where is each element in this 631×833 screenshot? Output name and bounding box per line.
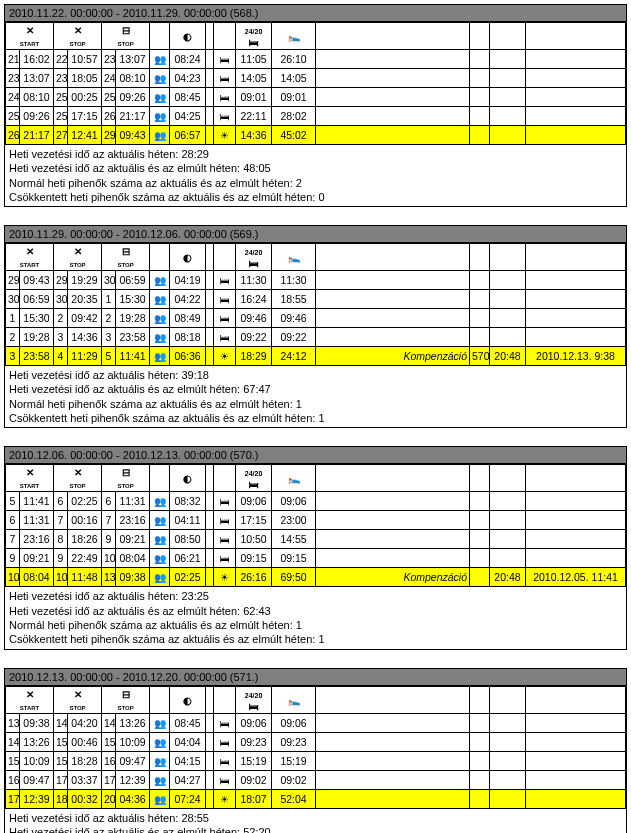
summary-line-2: Heti vezetési idő az aktuális és az elmú… [9,825,622,833]
data-table: ✕START ✕STOP ⊟STOP ◐ 24/20🛏 🛌 2909:43291… [5,243,626,366]
data-row: 1413:261500:461510:09👥04:04🛏09:2309:23 [6,732,626,751]
summary-line-3: Normál heti pihenők száma az aktuális és… [9,618,622,632]
block-title: 2010.11.29. 00:00:00 - 2010.12.06. 00:00… [5,226,626,243]
h24-header: 24/20🛏 [236,465,272,492]
bed-icon: 🛏 [220,756,230,767]
bed-icon-header: 🛌 [272,465,316,492]
summary-line-1: Heti vezetési idő az aktuális héten: 28:… [9,147,622,161]
start-icon-header: ✕START [6,686,54,713]
summary-line-1: Heti vezetési idő az aktuális héten: 28:… [9,811,622,825]
bed-icon: 🛏 [220,737,230,748]
summary: Heti vezetési idő az aktuális héten: 28:… [5,809,626,833]
people-icon: 👥 [154,130,166,141]
start-icon-header: ✕START [6,23,54,50]
summary-line-4: Csökkentett heti pihenők száma az aktuál… [9,632,622,646]
stop-icon-header: ✕STOP [54,465,102,492]
data-table: ✕START ✕STOP ⊟STOP ◐ 24/20🛏 🛌 2116:02221… [5,22,626,145]
summary-line-3: Normál heti pihenők száma az aktuális és… [9,176,622,190]
data-row: 1008:041011:481309:38👥02:25☀26:1669:50Ko… [6,568,626,587]
start-icon-header: ✕START [6,465,54,492]
sun-icon: ☀ [220,794,229,805]
stop-icon-header: ✕STOP [54,686,102,713]
bed-icon-header: 🛌 [272,244,316,271]
bed-icon: 🛏 [220,718,230,729]
data-row: 2313:072318:052408:10👥04:23🛏14:0514:05 [6,69,626,88]
week-block: 2010.11.29. 00:00:00 - 2010.12.06. 00:00… [4,225,627,428]
sun-icon: ☀ [220,351,229,362]
stop2-icon-header: ⊟STOP [102,465,150,492]
stop2-icon-header: ⊟STOP [102,686,150,713]
stop2-icon-header: ⊟STOP [102,23,150,50]
block-title: 2010.12.06. 00:00:00 - 2010.12.13. 00:00… [5,447,626,464]
kompenzacio-label: Kompenzáció [316,347,470,366]
bed-icon: 🛏 [220,275,230,286]
data-row: 2116:022210:572313:07👥08:24🛏11:0526:10 [6,50,626,69]
sun-icon: ☀ [220,572,229,583]
data-row: 2909:432919:293006:59👥04:19🛏11:3011:30 [6,271,626,290]
people-icon: 👥 [154,515,166,526]
week-block: 2010.12.06. 00:00:00 - 2010.12.13. 00:00… [4,446,627,649]
stop2-icon-header: ⊟STOP [102,244,150,271]
data-row: 2509:262517:152621:17👥04:25🛏22:1128:02 [6,107,626,126]
stop-icon-header: ✕STOP [54,23,102,50]
data-table: ✕START ✕STOP ⊟STOP ◐ 24/20🛏 🛌 511:41602:… [5,464,626,587]
data-row: 219:28314:36323:58👥08:18🛏09:2209:22 [6,328,626,347]
week-block: 2010.12.13. 00:00:00 - 2010.12.20. 00:00… [4,668,627,833]
h24-header: 24/20🛏 [236,244,272,271]
summary-line-4: Csökkentett heti pihenők száma az aktuál… [9,190,622,204]
bed-icon: 🛏 [220,496,230,507]
bed-icon: 🛏 [220,73,230,84]
people-icon: 👥 [154,572,166,583]
bed-icon: 🛏 [220,515,230,526]
summary-line-4: Csökkentett heti pihenők száma az aktuál… [9,411,622,425]
summary-line-1: Heti vezetési idő az aktuális héten: 39:… [9,368,622,382]
data-table: ✕START ✕STOP ⊟STOP ◐ 24/20🛏 🛌 1309:38140… [5,686,626,809]
data-row: 115:30209:42219:28👥08:49🛏09:4609:46 [6,309,626,328]
people-icon: 👥 [154,794,166,805]
header-row: ✕START ✕STOP ⊟STOP ◐ 24/20🛏 🛌 [6,686,626,713]
summary: Heti vezetési idő az aktuális héten: 28:… [5,145,626,206]
people-icon: 👥 [154,534,166,545]
people-icon: 👥 [154,54,166,65]
people-icon: 👥 [154,775,166,786]
clock-icon-header: ◐ [170,465,206,492]
summary-line-3: Normál heti pihenők száma az aktuális és… [9,397,622,411]
stop-icon-header: ✕STOP [54,244,102,271]
clock-icon-header: ◐ [170,23,206,50]
bed-icon: 🛏 [220,294,230,305]
kompenzacio-label: Kompenzáció [316,568,470,587]
data-row: 323:58411:29511:41👥06:36☀18:2924:12Kompe… [6,347,626,366]
summary-line-1: Heti vezetési idő az aktuális héten: 23:… [9,589,622,603]
data-row: 1609:471703:371712:39👥04:27🛏09:0209:02 [6,770,626,789]
bed-icon-header: 🛌 [272,23,316,50]
block-title: 2010.11.22. 00:00:00 - 2010.11.29. 00:00… [5,5,626,22]
data-row: 2408:102500:252509:26👥08:45🛏09:0109:01 [6,88,626,107]
people-icon: 👥 [154,313,166,324]
bed-icon: 🛏 [220,553,230,564]
summary-line-2: Heti vezetési idő az aktuális és az elmú… [9,604,622,618]
bed-icon: 🛏 [220,775,230,786]
bed-icon: 🛏 [220,332,230,343]
week-block: 2010.11.22. 00:00:00 - 2010.11.29. 00:00… [4,4,627,207]
summary-line-2: Heti vezetési idő az aktuális és az elmú… [9,161,622,175]
data-row: 3006:593020:35115:30👥04:22🛏16:2418:55 [6,290,626,309]
clock-icon-header: ◐ [170,244,206,271]
bed-icon: 🛏 [220,534,230,545]
data-row: 909:21922:491008:04👥06:21🛏09:1509:15 [6,549,626,568]
summary: Heti vezetési idő az aktuális héten: 39:… [5,366,626,427]
sun-icon: ☀ [220,130,229,141]
h24-header: 24/20🛏 [236,23,272,50]
people-icon: 👥 [154,756,166,767]
data-row: 1712:391800:322004:36👥07:24☀18:0752:04 [6,789,626,808]
summary: Heti vezetési idő az aktuális héten: 23:… [5,587,626,648]
people-icon: 👥 [154,73,166,84]
data-row: 1510:091518:281609:47👥04:15🛏15:1915:19 [6,751,626,770]
summary-line-2: Heti vezetési idő az aktuális és az elmú… [9,382,622,396]
bed-icon: 🛏 [220,92,230,103]
bed-icon: 🛏 [220,54,230,65]
start-icon-header: ✕START [6,244,54,271]
bed-icon: 🛏 [220,111,230,122]
data-row: 723:16818:26909:21👥08:50🛏10:5014:55 [6,530,626,549]
header-row: ✕START ✕STOP ⊟STOP ◐ 24/20🛏 🛌 [6,465,626,492]
header-row: ✕START ✕STOP ⊟STOP ◐ 24/20🛏 🛌 [6,244,626,271]
